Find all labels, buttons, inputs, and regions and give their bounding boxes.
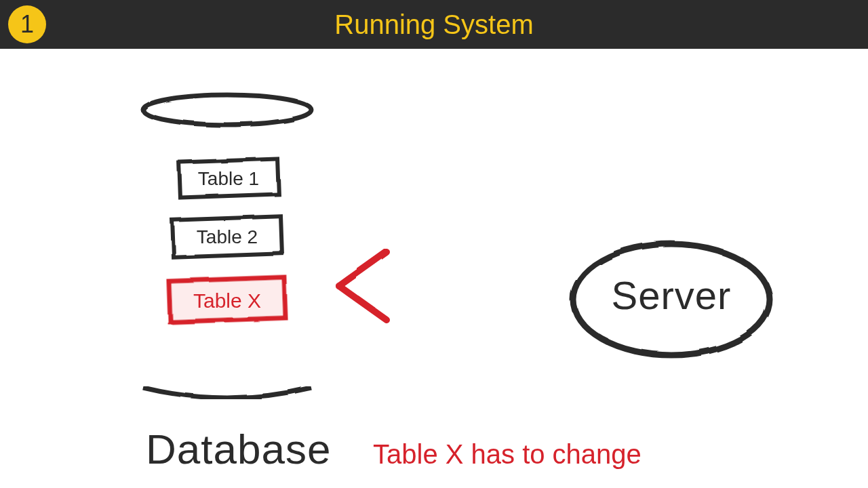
database-icon: Table 1 Table 2 Table X (132, 89, 322, 415)
table-x-label: Table X (193, 289, 261, 312)
table-2-box: Table 2 (172, 216, 282, 258)
slide-header: 1 Running System (0, 0, 868, 49)
svg-line-8 (339, 286, 387, 320)
svg-point-0 (143, 95, 311, 125)
caption-text: Table X has to change (373, 439, 642, 470)
table-2-label: Table 2 (197, 226, 258, 247)
step-badge: 1 (8, 5, 46, 43)
server-icon: Server (563, 232, 780, 367)
step-number: 1 (20, 10, 34, 39)
slide-title: Running System (334, 9, 533, 40)
database-label: Database (146, 425, 331, 473)
arrow-icon (319, 225, 583, 347)
server-label: Server (612, 273, 732, 317)
table-1-label: Table 1 (198, 168, 259, 189)
table-1-box: Table 1 (179, 159, 279, 197)
table-x-box: Table X (169, 277, 285, 322)
svg-line-7 (339, 252, 387, 286)
diagram-stage: Table 1 Table 2 Table X Database (0, 49, 868, 488)
